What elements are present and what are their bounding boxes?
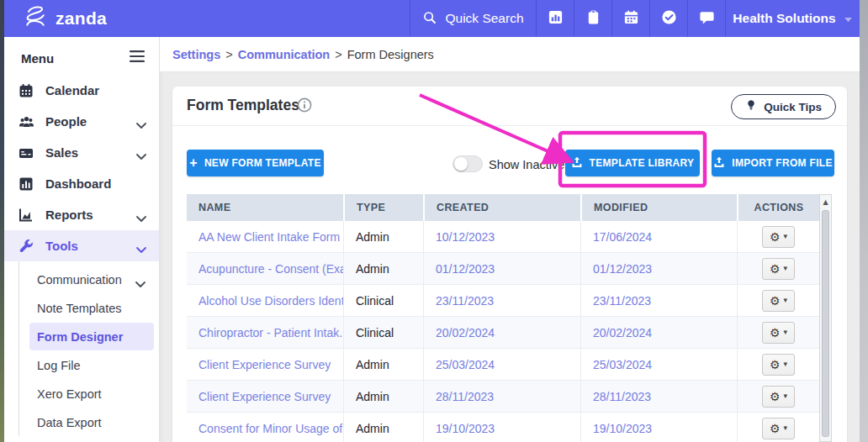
submenu-item-label: Form Designer	[37, 330, 123, 344]
caret-down-icon: ▾	[784, 265, 788, 272]
form-name-link[interactable]: Acupuncture - Consent (Exa...	[187, 253, 343, 284]
sidebar-item-label: People	[45, 114, 87, 129]
template-library-label: TEMPLATE LIBRARY	[590, 157, 695, 169]
table-header-row: NAME TYPE CREATED MODIFIED ACTIONS	[187, 194, 832, 221]
brand-name: zanda	[56, 8, 107, 29]
modified-date-link[interactable]: 01/12/2023	[580, 253, 737, 284]
submenu-item-log-file[interactable]: Log File	[29, 351, 154, 379]
modified-date-link[interactable]: 17/06/2024	[580, 221, 737, 252]
created-date-link[interactable]: 20/02/2024	[423, 317, 580, 348]
submenu-item-xero-export[interactable]: Xero Export	[29, 380, 154, 408]
stats-button[interactable]	[536, 0, 574, 37]
row-actions-button[interactable]: ⚙▾	[762, 386, 795, 408]
show-inactive-toggle[interactable]	[453, 155, 483, 172]
zanda-squiggle-icon	[23, 4, 48, 33]
form-name-link[interactable]: Alcohol Use Disorders Ident...	[187, 285, 343, 316]
account-name: Health Solutions	[733, 11, 835, 26]
form-type: Admin	[343, 221, 423, 252]
caret-down-icon: ▾	[784, 233, 788, 240]
submenu-item-label: Xero Export	[37, 387, 102, 401]
row-actions-button[interactable]: ⚙▾	[762, 290, 795, 312]
chevron-down-icon	[136, 117, 146, 132]
table-row: Chiropractor - Patient Intak... Clinical…	[187, 317, 832, 349]
page-title: Form Templates	[187, 97, 299, 114]
sidebar-item-dashboard[interactable]: Dashboard	[4, 168, 159, 199]
show-inactive-label: Show Inactive	[489, 158, 564, 171]
submenu-item-communication[interactable]: Communication	[29, 266, 154, 293]
submenu-item-data-export[interactable]: Data Export	[29, 408, 154, 436]
quick-search-button[interactable]: Quick Search	[410, 0, 536, 37]
breadcrumb-link-communication[interactable]: Communication	[238, 48, 331, 61]
sidebar-item-people[interactable]: People	[4, 106, 159, 137]
created-date-link[interactable]: 23/11/2023	[423, 285, 580, 316]
submenu-item-note-templates[interactable]: Note Templates	[29, 294, 154, 322]
template-library-button[interactable]: TEMPLATE LIBRARY	[565, 150, 700, 176]
breadcrumb-current: Form Designers	[347, 48, 434, 61]
modified-date-link[interactable]: 28/11/2023	[580, 381, 737, 412]
import-from-file-button[interactable]: IMPORT FROM FILE	[712, 150, 834, 176]
messages-button[interactable]	[687, 0, 725, 37]
sidebar-item-sales[interactable]: Sales	[4, 137, 159, 168]
calendar-icon	[19, 82, 34, 98]
breadcrumb-separator: >	[225, 48, 232, 61]
submenu-item-label: Communication	[37, 273, 122, 287]
sidebar-item-tools[interactable]: Tools	[4, 230, 159, 261]
form-name-link[interactable]: AA New Client Intake Form	[187, 221, 343, 252]
hamburger-icon[interactable]	[129, 50, 146, 66]
row-actions-button[interactable]: ⚙▾	[762, 226, 795, 248]
row-actions-button[interactable]: ⚙▾	[762, 418, 795, 439]
column-header-modified[interactable]: MODIFIED	[580, 194, 737, 221]
modified-date-link[interactable]: 23/11/2023	[580, 285, 737, 316]
created-date-link[interactable]: 10/12/2023	[423, 221, 580, 252]
gear-icon: ⚙	[770, 231, 781, 243]
created-date-link[interactable]: 01/12/2023	[423, 253, 580, 284]
scrollbar-thumb[interactable]	[822, 210, 829, 437]
calendar-button[interactable]	[611, 0, 649, 37]
stats-icon	[548, 9, 564, 29]
table-row: Consent for Minor Usage of... Admin 19/1…	[187, 413, 832, 442]
column-header-created[interactable]: CREATED	[423, 194, 580, 221]
breadcrumb-separator: >	[335, 48, 341, 61]
row-actions-button[interactable]: ⚙▾	[762, 258, 795, 280]
created-date-link[interactable]: 28/11/2023	[423, 381, 580, 412]
scroll-up-arrow-icon[interactable]: ▲	[820, 195, 831, 208]
sidebar-item-calendar[interactable]: Calendar	[4, 75, 159, 106]
created-date-link[interactable]: 19/10/2023	[423, 413, 580, 442]
form-name-link[interactable]: Consent for Minor Usage of...	[187, 413, 343, 442]
modified-date-link[interactable]: 25/03/2024	[580, 349, 737, 380]
table-body: AA New Client Intake Form Admin 10/12/20…	[187, 221, 832, 442]
form-name-link[interactable]: Client Experience Survey	[187, 381, 343, 412]
form-name-link[interactable]: Chiropractor - Patient Intak...	[187, 317, 343, 348]
quick-tips-button[interactable]: Quick Tips	[731, 94, 836, 119]
form-name-link[interactable]: Client Experience Survey	[187, 349, 343, 380]
sidebar-item-label: Tools	[45, 239, 78, 253]
gear-icon: ⚙	[770, 295, 781, 307]
submenu-item-form-designer[interactable]: Form Designer	[29, 323, 154, 350]
brand-logo[interactable]: zanda	[4, 0, 107, 37]
row-actions-button[interactable]: ⚙▾	[762, 354, 795, 376]
created-date-link[interactable]: 25/03/2024	[423, 349, 580, 380]
column-header-type[interactable]: TYPE	[343, 194, 423, 221]
top-navbar: zanda Quick Search	[4, 0, 860, 37]
chevron-down-icon	[844, 11, 853, 26]
row-actions-button[interactable]: ⚙▾	[762, 322, 795, 344]
modified-date-link[interactable]: 20/02/2024	[580, 317, 737, 348]
quick-search-label: Quick Search	[445, 11, 523, 26]
table-scrollbar[interactable]: ▲	[819, 194, 832, 442]
tasks-button[interactable]	[649, 0, 687, 37]
account-menu[interactable]: Health Solutions	[725, 0, 860, 37]
calendar-icon	[623, 9, 639, 29]
new-form-template-button[interactable]: + NEW FORM TEMPLATE	[187, 150, 324, 176]
column-header-name[interactable]: NAME	[187, 194, 343, 221]
app-window: zanda Quick Search	[0, 0, 868, 442]
chat-icon	[699, 9, 715, 29]
modified-date-link[interactable]: 19/10/2023	[580, 413, 737, 442]
notes-button[interactable]	[574, 0, 611, 37]
gear-icon: ⚙	[770, 391, 781, 403]
sidebar-item-reports[interactable]: Reports	[4, 199, 159, 230]
breadcrumb-link-settings[interactable]: Settings	[172, 48, 220, 61]
new-form-template-label: NEW FORM TEMPLATE	[204, 157, 321, 169]
info-icon[interactable]	[297, 97, 312, 116]
card-header: Form Templates Quick Tips	[172, 87, 847, 126]
caret-down-icon: ▾	[784, 297, 788, 304]
